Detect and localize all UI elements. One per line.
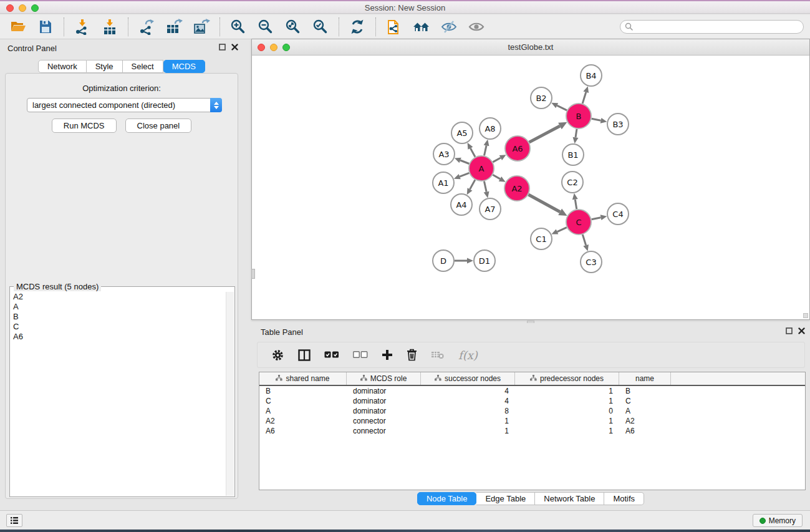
table-row[interactable]: Adominator80A: [259, 406, 805, 416]
result-item[interactable]: A: [11, 302, 226, 312]
table-cell[interactable]: A: [619, 406, 671, 416]
graph-node-A8[interactable]: A8: [480, 118, 501, 139]
table-cell[interactable]: 0: [515, 406, 619, 416]
table-row[interactable]: Bdominator41B: [259, 386, 805, 396]
mcds-result-list[interactable]: A2ABCA6: [11, 292, 226, 496]
delete-table-icon[interactable]: [431, 351, 445, 359]
graph-edge-B-B4[interactable]: [582, 92, 586, 104]
graph-node-C3[interactable]: C3: [581, 251, 602, 273]
float-table-panel-icon[interactable]: [786, 327, 793, 334]
table-cell[interactable]: A2: [619, 416, 671, 426]
tab-mcds[interactable]: MCDS: [163, 60, 205, 73]
table-cell[interactable]: 4: [421, 396, 515, 406]
run-mcds-button[interactable]: Run MCDS: [52, 118, 117, 133]
graph-edge-A-A3[interactable]: [460, 160, 469, 163]
graph-edge-A-A1[interactable]: [460, 173, 469, 177]
tab-network-table[interactable]: Network Table: [535, 492, 604, 505]
table-cell[interactable]: C: [619, 396, 671, 406]
table-cell[interactable]: A6: [259, 426, 347, 436]
graph-edge-C-C2[interactable]: [575, 200, 576, 210]
graph-node-A4[interactable]: A4: [451, 194, 472, 215]
table-cell[interactable]: 1: [515, 396, 619, 406]
table-row[interactable]: A2connector11A2: [259, 416, 805, 426]
columns-icon[interactable]: [298, 349, 311, 361]
table-cell[interactable]: A6: [619, 426, 671, 436]
network-window-titlebar[interactable]: testGlobe.txt: [252, 39, 809, 56]
graph-edge-A-A7[interactable]: [484, 181, 486, 192]
table-row[interactable]: Cdominator41C: [259, 396, 805, 406]
result-item[interactable]: B: [11, 312, 226, 322]
graph-edge-C-C4[interactable]: [592, 218, 601, 220]
zoom-out-icon[interactable]: [256, 17, 275, 36]
tab-motifs[interactable]: Motifs: [604, 492, 644, 505]
deselect-all-icon[interactable]: [353, 351, 368, 359]
tab-node-table[interactable]: Node Table: [417, 492, 477, 505]
column-header-name[interactable]: name: [619, 372, 671, 385]
function-builder-icon[interactable]: f(x): [458, 349, 478, 362]
graph-node-B[interactable]: B: [566, 104, 591, 128]
add-icon[interactable]: [382, 349, 393, 360]
select-all-icon[interactable]: [324, 351, 339, 359]
table-cell[interactable]: dominator: [347, 406, 421, 416]
close-panel-button[interactable]: Close panel: [125, 118, 192, 133]
graph-node-C[interactable]: C: [566, 210, 591, 235]
column-header-successor-nodes[interactable]: successor nodes: [421, 372, 515, 385]
graph-edge-A6-B[interactable]: [529, 126, 560, 142]
hide-selected-icon[interactable]: [440, 17, 458, 36]
graph-node-A5[interactable]: A5: [451, 122, 473, 143]
close-table-panel-icon[interactable]: [798, 327, 805, 334]
export-image-icon[interactable]: [192, 17, 211, 36]
graph-edge-B-B1[interactable]: [576, 129, 577, 138]
result-scrollbar[interactable]: [226, 292, 234, 496]
column-header-shared-name[interactable]: shared name: [259, 372, 347, 385]
table-cell[interactable]: 1: [515, 426, 619, 436]
graph-edge-A-A2[interactable]: [493, 175, 500, 179]
network-canvas[interactable]: AA1A2A3A4A5A6A7A8BB1B2B3B4CC1C2C3C4DD1: [253, 56, 809, 319]
result-item[interactable]: A6: [11, 332, 226, 342]
table-cell[interactable]: B: [619, 386, 671, 396]
open-session-icon[interactable]: [9, 17, 27, 36]
graph-node-A3[interactable]: A3: [433, 143, 455, 165]
memory-button[interactable]: Memory: [753, 514, 803, 527]
save-session-icon[interactable]: [36, 17, 55, 36]
delete-icon[interactable]: [407, 349, 417, 361]
table-row[interactable]: A6connector11A6: [259, 426, 805, 436]
result-item[interactable]: A2: [11, 292, 226, 302]
zoom-in-icon[interactable]: [229, 17, 248, 36]
float-panel-icon[interactable]: [219, 44, 226, 51]
graph-node-C2[interactable]: C2: [562, 172, 583, 193]
graph-node-C4[interactable]: C4: [607, 203, 629, 225]
table-cell[interactable]: connector: [347, 416, 421, 426]
zoom-fit-icon[interactable]: [284, 17, 302, 36]
close-panel-icon[interactable]: [231, 44, 238, 51]
gear-icon[interactable]: [271, 349, 284, 362]
graph-node-C1[interactable]: C1: [531, 228, 552, 249]
graph-node-A[interactable]: A: [469, 156, 494, 181]
tab-network[interactable]: Network: [38, 60, 87, 73]
graph-edge-A2-C[interactable]: [528, 195, 560, 212]
export-network-icon[interactable]: [137, 17, 156, 36]
column-header-MCDS-role[interactable]: MCDS role: [347, 372, 421, 385]
graph-edge-A-A4[interactable]: [470, 180, 475, 189]
graph-node-A6[interactable]: A6: [505, 136, 530, 161]
graph-edge-A-A6[interactable]: [493, 158, 500, 162]
table-cell[interactable]: 1: [515, 416, 619, 426]
table-cell[interactable]: connector: [347, 426, 421, 436]
table-cell[interactable]: 4: [421, 386, 515, 396]
graph-edge-A-A8[interactable]: [484, 145, 486, 155]
column-header-predecessor-nodes[interactable]: predecessor nodes: [515, 372, 619, 385]
import-network-icon[interactable]: [73, 17, 92, 36]
result-item[interactable]: C: [11, 322, 226, 332]
first-neighbors-icon[interactable]: [412, 17, 431, 36]
panel-splitter-handle[interactable]: [251, 269, 255, 279]
table-cell[interactable]: B: [259, 386, 347, 396]
table-cell[interactable]: 1: [515, 386, 619, 396]
zoom-selected-icon[interactable]: [311, 17, 330, 36]
search-field[interactable]: [620, 20, 804, 34]
graph-edge-C-C1[interactable]: [557, 228, 567, 232]
table-cell[interactable]: C: [259, 396, 347, 406]
export-table-icon[interactable]: [165, 17, 183, 36]
graph-edge-B-B2[interactable]: [557, 105, 567, 110]
show-all-icon[interactable]: [467, 17, 486, 36]
table-cell[interactable]: dominator: [347, 396, 421, 406]
